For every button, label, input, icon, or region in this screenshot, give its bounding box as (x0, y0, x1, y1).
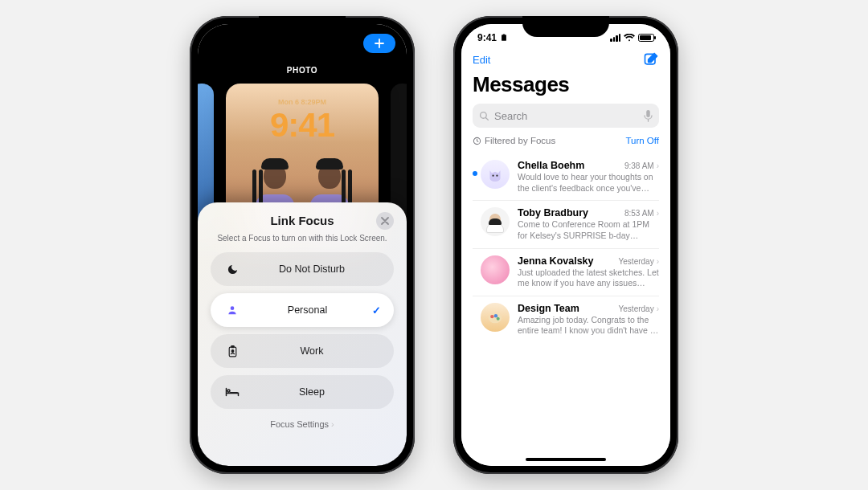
message-preview: Amazing job today. Congrats to the entir… (518, 315, 659, 337)
svg-rect-4 (502, 35, 506, 41)
focus-option-label: Personal (243, 304, 372, 316)
badge-icon (225, 345, 240, 357)
message-preview: Come to Conference Room at 1PM for Kelse… (518, 219, 659, 241)
svg-point-11 (496, 174, 497, 176)
message-time: Yesterday (619, 304, 654, 313)
message-time: 8:53 AM (624, 209, 654, 218)
message-sender: Toby Bradbury (518, 207, 588, 218)
focus-option-personal[interactable]: Personal ✓ (211, 293, 394, 327)
focus-option-work[interactable]: Work (211, 334, 394, 368)
message-row[interactable]: Design Team Yesterday› Amazing job today… (473, 296, 659, 343)
svg-point-3 (231, 349, 234, 352)
svg-point-13 (490, 315, 493, 318)
message-preview: Just uploaded the latest sketches. Let m… (518, 267, 659, 289)
lockscreen-time: 9:41 (226, 106, 379, 145)
sheet-close-button[interactable] (376, 212, 394, 230)
moon-icon (225, 263, 240, 276)
notch (259, 16, 346, 37)
avatar (481, 160, 510, 189)
link-focus-sheet: Link Focus Select a Focus to turn on wit… (198, 202, 407, 466)
focus-option-label: Work (243, 345, 381, 357)
plus-icon (375, 39, 384, 48)
chevron-right-icon: › (657, 304, 659, 313)
message-row[interactable]: Jenna Kovalsky Yesterday› Just uploaded … (473, 249, 659, 296)
svg-point-14 (494, 314, 497, 317)
message-row[interactable]: Toby Bradbury 8:53 AM› Come to Conferenc… (473, 201, 659, 248)
search-icon (479, 111, 489, 121)
svg-point-0 (231, 306, 235, 310)
focus-indicator-icon (500, 34, 508, 42)
svg-rect-5 (503, 34, 506, 35)
chevron-right-icon: › (657, 209, 659, 218)
focus-filter-turn-off[interactable]: Turn Off (625, 136, 659, 145)
compose-button[interactable] (643, 51, 659, 67)
svg-rect-8 (646, 110, 650, 117)
bed-icon (225, 387, 240, 397)
wifi-icon (624, 34, 635, 42)
sheet-title: Link Focus (270, 214, 334, 227)
chevron-right-icon: › (331, 419, 334, 429)
search-input[interactable]: Search (473, 104, 659, 128)
clock-icon (473, 137, 481, 145)
compose-icon (643, 51, 659, 67)
chevron-right-icon: › (657, 161, 659, 170)
checkmark-icon: ✓ (372, 304, 381, 316)
person-icon (225, 304, 240, 316)
avatar (481, 303, 510, 332)
focus-option-label: Sleep (243, 386, 381, 398)
focus-settings-link[interactable]: Focus Settings › (211, 419, 394, 429)
add-lockscreen-button[interactable] (363, 34, 395, 53)
avatar (481, 255, 510, 284)
dictation-icon (644, 110, 653, 122)
focus-option-do-not-disturb[interactable]: Do Not Disturb (211, 252, 394, 286)
battery-icon (638, 34, 654, 42)
chevron-right-icon: › (657, 257, 659, 266)
notch (522, 16, 609, 37)
page-title: Messages (473, 72, 659, 97)
message-sender: Design Team (518, 303, 579, 314)
svg-rect-2 (231, 345, 233, 347)
message-row[interactable]: Chella Boehm 9:38 AM› Would love to hear… (473, 153, 659, 201)
message-time: Yesterday (619, 257, 654, 266)
message-time: 9:38 AM (624, 161, 654, 170)
close-icon (381, 217, 389, 225)
phone-messages: 9:41 Edit Messages (453, 16, 678, 474)
focus-option-sleep[interactable]: Sleep (211, 375, 394, 409)
focus-filter-label: Filtered by Focus (473, 136, 555, 145)
svg-point-15 (497, 317, 500, 321)
svg-point-7 (481, 112, 487, 118)
search-placeholder: Search (494, 110, 644, 122)
message-sender: Chella Boehm (518, 160, 584, 171)
unread-dot (473, 171, 477, 176)
phone-lockscreen-editor: PHOTO Mon 6 8:29PM 9:41 (190, 16, 415, 474)
message-list[interactable]: Chella Boehm 9:38 AM› Would love to hear… (473, 153, 659, 343)
edit-button[interactable]: Edit (473, 54, 490, 66)
status-time: 9:41 (477, 32, 497, 43)
lockscreen-date: Mon 6 8:29PM (226, 98, 379, 106)
focus-settings-label: Focus Settings (270, 419, 329, 429)
cellular-signal-icon (610, 34, 620, 42)
focus-option-label: Do Not Disturb (243, 263, 381, 275)
message-sender: Jenna Kovalsky (518, 255, 594, 267)
avatar (481, 207, 510, 236)
message-preview: Would love to hear your thoughts on the … (518, 172, 659, 194)
home-indicator[interactable] (526, 458, 606, 461)
svg-point-10 (492, 174, 493, 176)
sheet-subtitle: Select a Focus to turn on with this Lock… (211, 234, 394, 243)
wallpaper-category-title: PHOTO (198, 66, 407, 75)
